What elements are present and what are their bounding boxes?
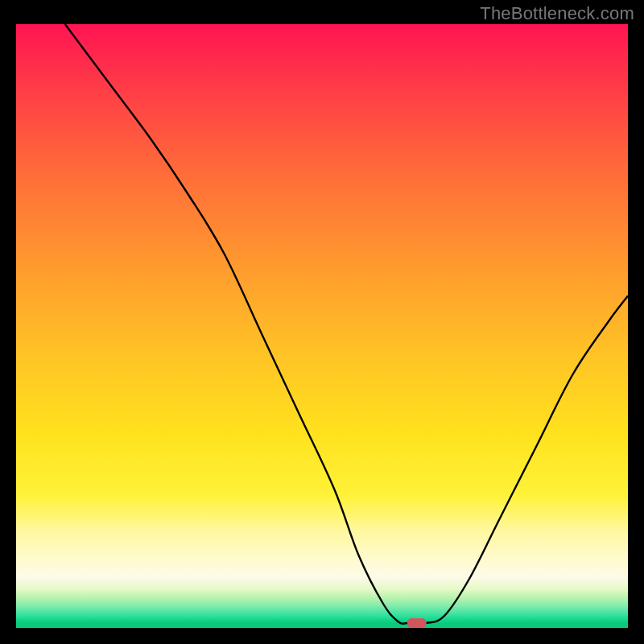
bottleneck-marker	[407, 618, 427, 628]
plot-area	[16, 24, 628, 628]
curve-layer	[16, 24, 628, 628]
bottleneck-curve	[65, 24, 628, 624]
watermark-text: TheBottleneck.com	[480, 3, 634, 24]
chart-frame: TheBottleneck.com	[0, 0, 644, 644]
